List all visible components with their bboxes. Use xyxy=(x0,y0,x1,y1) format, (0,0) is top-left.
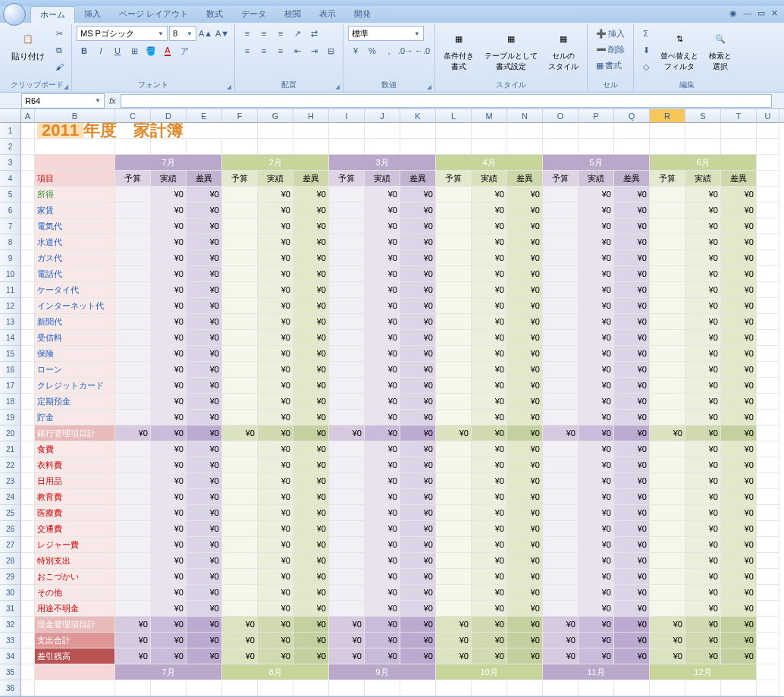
cell[interactable] xyxy=(222,218,258,234)
cell[interactable] xyxy=(757,617,779,633)
cell[interactable] xyxy=(222,521,258,537)
cell[interactable] xyxy=(436,441,472,457)
cell[interactable] xyxy=(650,187,685,203)
cell[interactable]: ¥0 xyxy=(472,394,507,410)
cell[interactable]: ¥0 xyxy=(579,378,614,394)
cell[interactable]: ¥0 xyxy=(187,633,222,648)
cell[interactable]: 家賃 xyxy=(35,203,115,218)
cell[interactable] xyxy=(543,250,579,266)
row-header[interactable]: 25 xyxy=(0,505,21,521)
cell[interactable]: ¥0 xyxy=(258,330,293,346)
cell[interactable] xyxy=(115,553,151,569)
cell[interactable] xyxy=(436,218,472,234)
cell[interactable] xyxy=(115,346,151,362)
cell[interactable]: ¥0 xyxy=(293,648,329,664)
row-header[interactable]: 20 xyxy=(0,425,21,441)
cell[interactable] xyxy=(650,250,685,266)
cell[interactable] xyxy=(21,187,35,203)
cell[interactable]: 定期預金 xyxy=(35,394,115,410)
row-header[interactable]: 18 xyxy=(0,394,21,410)
cell[interactable]: ¥0 xyxy=(151,537,187,553)
cell[interactable]: ¥0 xyxy=(579,457,614,473)
cell[interactable]: ¥0 xyxy=(293,441,329,457)
cell[interactable]: ¥0 xyxy=(507,218,543,234)
cell[interactable] xyxy=(258,680,293,696)
cell[interactable] xyxy=(21,457,35,473)
cell[interactable] xyxy=(757,330,779,346)
row-header[interactable]: 10 xyxy=(0,266,21,282)
cell[interactable]: ¥0 xyxy=(365,282,400,298)
cell[interactable] xyxy=(329,601,365,617)
cell[interactable] xyxy=(365,123,400,139)
cell[interactable]: ¥0 xyxy=(579,601,614,617)
cell[interactable]: ¥0 xyxy=(472,362,507,378)
cell[interactable]: ¥0 xyxy=(151,218,187,234)
cell[interactable]: ¥0 xyxy=(507,569,543,585)
shrink-font-button[interactable]: A▼ xyxy=(215,26,230,41)
cell[interactable]: ¥0 xyxy=(614,537,650,553)
cell[interactable] xyxy=(222,234,258,250)
cell[interactable]: 項目 xyxy=(35,171,115,187)
cell[interactable] xyxy=(115,250,151,266)
col-header[interactable]: J xyxy=(365,109,400,122)
cell[interactable] xyxy=(757,569,779,585)
cell[interactable]: 電気代 xyxy=(35,218,115,234)
min-icon[interactable]: ― xyxy=(743,8,751,18)
name-box[interactable]: ▼ xyxy=(21,93,105,108)
inc-decimal-button[interactable]: .0→ xyxy=(398,43,413,58)
cell[interactable]: ¥0 xyxy=(579,489,614,505)
col-header[interactable]: B xyxy=(35,109,115,122)
cell[interactable]: ¥0 xyxy=(650,617,685,633)
cell[interactable] xyxy=(543,680,579,696)
cell[interactable]: ¥0 xyxy=(507,537,543,553)
cell[interactable]: ¥0 xyxy=(685,378,721,394)
cell[interactable]: ¥0 xyxy=(293,394,329,410)
cell[interactable] xyxy=(650,569,685,585)
cell[interactable]: ¥0 xyxy=(293,218,329,234)
cell[interactable] xyxy=(329,187,365,203)
fx-icon[interactable]: fx xyxy=(105,96,121,105)
cell[interactable]: ¥0 xyxy=(614,187,650,203)
cell[interactable] xyxy=(115,218,151,234)
paste-button[interactable]: 📋 貼り付け xyxy=(8,26,49,64)
cell[interactable] xyxy=(222,362,258,378)
cell[interactable]: ¥0 xyxy=(614,282,650,298)
cell[interactable]: ¥0 xyxy=(151,394,187,410)
cell[interactable] xyxy=(436,282,472,298)
cell[interactable] xyxy=(436,362,472,378)
cell[interactable] xyxy=(115,537,151,553)
cell[interactable] xyxy=(543,378,579,394)
cell[interactable]: 銀行管理項目計 xyxy=(35,425,115,441)
cell[interactable]: ¥0 xyxy=(400,617,436,633)
cell[interactable] xyxy=(400,139,436,155)
cell[interactable]: 実績 xyxy=(472,171,507,187)
cell[interactable] xyxy=(472,123,507,139)
cell[interactable]: ¥0 xyxy=(685,473,721,489)
cell[interactable]: ¥0 xyxy=(614,489,650,505)
cell[interactable] xyxy=(293,680,329,696)
cell[interactable] xyxy=(21,473,35,489)
help-icon[interactable]: ◉ xyxy=(729,8,737,18)
cell[interactable]: ¥0 xyxy=(293,537,329,553)
cell[interactable]: ¥0 xyxy=(400,601,436,617)
cell[interactable]: ¥0 xyxy=(579,266,614,282)
cell[interactable]: ¥0 xyxy=(472,617,507,633)
cell[interactable]: ¥0 xyxy=(293,457,329,473)
cell[interactable]: ¥0 xyxy=(579,441,614,457)
cell[interactable]: 教育費 xyxy=(35,489,115,505)
font-size-combo[interactable]: ▼ xyxy=(169,26,196,41)
cell[interactable] xyxy=(757,553,779,569)
cell[interactable] xyxy=(757,441,779,457)
cell[interactable]: 予算 xyxy=(222,171,258,187)
cell[interactable]: ¥0 xyxy=(293,410,329,425)
cell[interactable]: 衣料費 xyxy=(35,457,115,473)
cell[interactable]: ¥0 xyxy=(187,250,222,266)
cell[interactable] xyxy=(472,139,507,155)
cell[interactable]: ¥0 xyxy=(721,569,757,585)
col-header[interactable]: P xyxy=(579,109,614,122)
cell[interactable]: 交通費 xyxy=(35,521,115,537)
cell[interactable]: ¥0 xyxy=(365,521,400,537)
cell[interactable]: ¥0 xyxy=(365,298,400,314)
cell[interactable]: ¥0 xyxy=(685,410,721,425)
cell[interactable]: ¥0 xyxy=(685,537,721,553)
